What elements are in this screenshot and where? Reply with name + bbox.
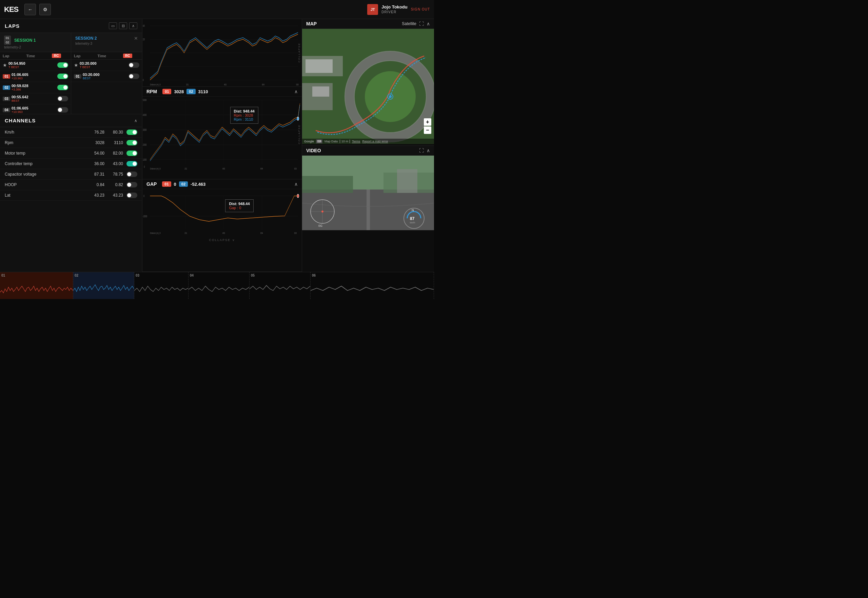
channels-collapse-btn[interactable]: ∧ — [134, 118, 137, 123]
lap-toggle[interactable] — [57, 107, 68, 112]
app-logo: KES — [4, 5, 18, 14]
lap-toggle[interactable] — [57, 62, 68, 68]
seg-03-label: 03 — [136, 274, 139, 277]
svg-text:694: 694 — [260, 167, 263, 170]
map-expand-btn[interactable]: ⛶ — [419, 21, 424, 27]
channel-name: Lat — [5, 193, 86, 197]
col-time-1: Time — [27, 54, 35, 58]
avatar: JT — [367, 4, 378, 15]
laps-collapse-btn[interactable]: ∧ — [129, 22, 137, 29]
channel-toggle[interactable] — [126, 151, 137, 156]
user-role: DRIVER — [382, 10, 407, 14]
terms-link[interactable]: Terms — [352, 140, 361, 143]
channel-toggle[interactable] — [126, 140, 137, 145]
map-zoom-in-btn[interactable]: + — [424, 118, 431, 126]
lap-row[interactable]: ★ 00:54.950 T BEST — [0, 60, 71, 71]
svg-text:87: 87 — [410, 216, 415, 221]
svg-text:40: 40 — [143, 24, 145, 27]
report-link[interactable]: Report a map error — [362, 140, 388, 143]
single-view-btn[interactable]: ▭ — [109, 22, 117, 29]
channel-toggle[interactable] — [126, 182, 137, 187]
lap-toggle[interactable] — [129, 62, 139, 68]
video-collapse-btn[interactable]: ∧ — [427, 148, 430, 153]
user-name: Jojo Tokodu — [382, 4, 407, 10]
session-2-tab[interactable]: SESSION 2 ✕ telemetry-3 — [71, 33, 142, 52]
rpm-chart-title: RPM — [147, 89, 157, 94]
split-view-btn[interactable]: ⊟ — [119, 22, 127, 29]
sign-out-button[interactable]: SIGN OUT — [411, 7, 430, 11]
lap-toggle[interactable] — [57, 85, 68, 90]
timeline-seg-03[interactable]: 03 — [134, 272, 189, 299]
channel-val1: 76.28 — [86, 130, 105, 135]
channel-toggle[interactable] — [126, 172, 137, 177]
settings-button[interactable]: ⚙ — [39, 4, 51, 15]
laps-header: LAPS ▭ ⊟ ∧ — [0, 19, 142, 33]
col-lap-1: Lap — [3, 54, 9, 58]
col-lap-2: Lap — [74, 54, 81, 58]
timeline-seg-05[interactable]: 05 — [250, 272, 311, 299]
lap-row[interactable]: 01 01:06.605 +10.963 — [0, 71, 71, 82]
channel-val2: 82.00 — [105, 151, 123, 155]
timeline-seg-04[interactable]: 04 — [189, 272, 250, 299]
video-header: VIDEO ⛶ ∧ — [302, 146, 434, 155]
lap-toggle[interactable] — [57, 73, 68, 79]
channel-name: Controller temp — [5, 161, 86, 166]
waveform-02 — [73, 279, 134, 299]
svg-text:2000: 2000 — [143, 143, 147, 147]
channel-toggle[interactable] — [126, 161, 137, 166]
lap-toggle[interactable] — [57, 96, 68, 102]
gap-collapse-bottom[interactable]: COLLAPSE ∨ — [142, 238, 302, 242]
channel-name: Km/h — [5, 130, 86, 135]
rpm-chart-header: RPM 01 3028 02 3110 ∧ — [142, 87, 302, 97]
channel-row: Capacitor voltage 87.31 78.75 — [0, 169, 142, 180]
map-keyboard-icon: ⌨ — [316, 139, 322, 144]
lap-star: ★ — [74, 62, 78, 68]
session-2-header: SESSION 2 ✕ — [75, 36, 138, 41]
timeline-seg-06[interactable]: 06 — [311, 272, 434, 299]
seg-06-label: 06 — [312, 274, 316, 277]
map-collapse-btn[interactable]: ∧ — [427, 21, 430, 27]
map-section: MAP Satellite ⛶ ∧ — [302, 19, 434, 146]
lap-row[interactable]: ★ 03:20.000 T BEST — [71, 60, 142, 71]
channel-name: HOOP — [5, 182, 86, 187]
session-1-tab[interactable]: 0102 SESSION 1 telemetry-2 — [0, 33, 71, 52]
lap-row[interactable]: 02 00:59.028 +3.386 — [0, 82, 71, 93]
rpm-tooltip-val2: Rpm : 3110 — [234, 117, 254, 121]
svg-point-45 — [297, 194, 299, 197]
map-svg — [302, 29, 434, 144]
rpm-chart-section: RPM 01 3028 02 3110 ∧ COLLAPSE Dist: 948… — [142, 87, 302, 179]
waveform-06 — [311, 279, 434, 299]
rpm-collapse-btn[interactable]: ∧ — [294, 89, 298, 94]
user-info: Jojo Tokodu DRIVER — [382, 4, 407, 15]
gap-badge-1: 01 — [162, 181, 171, 187]
speed-chart-section: COLLAPSE 40 20 0 Distance (m) | 0 231 46… — [142, 19, 302, 87]
lap-row[interactable]: 03 00:55.642 BEST — [0, 93, 71, 105]
svg-point-55 — [389, 95, 392, 98]
lap-number: 03 — [3, 97, 10, 101]
gap-collapse-btn[interactable]: ∧ — [294, 181, 298, 187]
svg-text:694: 694 — [260, 232, 263, 235]
back-button[interactable]: ← — [24, 4, 36, 15]
session-2-close[interactable]: ✕ — [134, 36, 138, 41]
map-zoom-controls: + − — [424, 118, 431, 134]
lap-time: 00:59.028 — [12, 84, 56, 88]
lap-row[interactable]: 04 01:06.605 +10.963 — [0, 105, 71, 114]
map-zoom-out-btn[interactable]: − — [424, 126, 431, 134]
lap-toggle[interactable] — [129, 73, 139, 79]
svg-text:463: 463 — [222, 232, 225, 235]
channel-val2: 3110 — [105, 141, 123, 145]
google-label: Google — [304, 140, 314, 143]
timeline-seg-02[interactable]: 02 — [73, 272, 134, 299]
video-expand-btn[interactable]: ⛶ — [419, 148, 424, 153]
lap-row[interactable]: 01 03:20.000 BEST — [71, 71, 142, 82]
svg-text:231: 231 — [186, 83, 189, 86]
channels-title: CHANNELS — [5, 118, 134, 123]
channel-toggle[interactable] — [126, 130, 137, 135]
channel-name: Motor temp — [5, 151, 86, 155]
lap-delta: T BEST — [80, 66, 127, 69]
channel-val1: 87.31 — [86, 172, 105, 176]
session-1-laps: ★ 00:54.950 T BEST 01 01:06.605 +10.963 … — [0, 60, 71, 114]
timeline-seg-01[interactable]: 01 — [0, 272, 73, 299]
channel-toggle[interactable] — [126, 193, 137, 198]
map-satellite-btn[interactable]: Satellite — [402, 21, 416, 26]
